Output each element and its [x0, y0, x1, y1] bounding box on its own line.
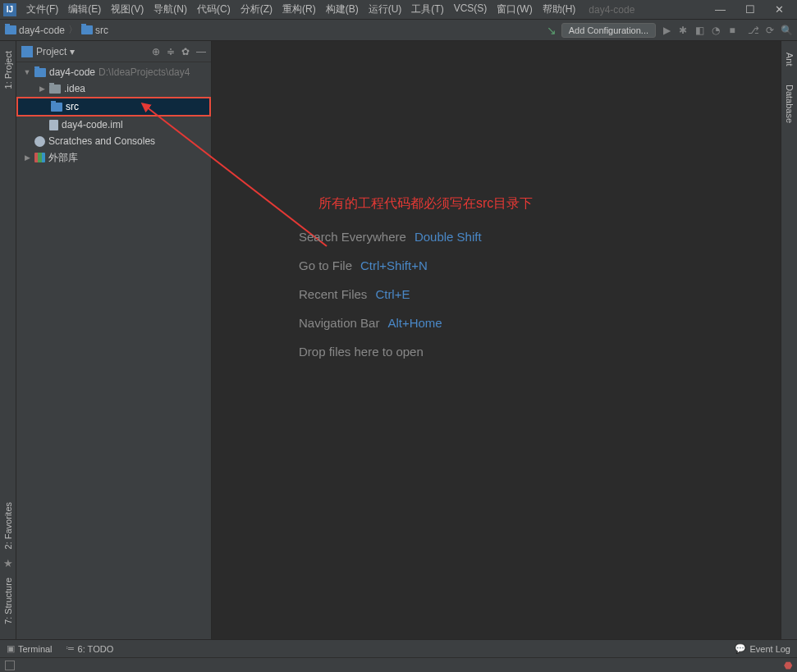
tab-event-log[interactable]: 💬Event Log: [735, 643, 790, 654]
coverage-icon[interactable]: ◧: [694, 25, 705, 36]
hint-nav-label: Navigation Bar: [299, 316, 379, 330]
window-buttons: — ☐ ✕: [715, 3, 794, 16]
debug-icon[interactable]: ✱: [677, 25, 689, 36]
star-icon: ★: [3, 557, 13, 569]
titlebar: IJ 文件(F) 编辑(E) 视图(V) 导航(N) 代码(C) 分析(Z) 重…: [0, 0, 797, 20]
breadcrumb-root[interactable]: day4-code: [5, 25, 65, 36]
build-icon[interactable]: ↘: [547, 24, 557, 37]
hint-search-key: Double Shift: [415, 230, 482, 244]
main-area: 1: Project 2: Favorites ★ 7: Structure P…: [0, 41, 797, 639]
gear-icon[interactable]: ✿: [181, 46, 190, 57]
tab-ant[interactable]: Ant: [783, 48, 796, 71]
menu-build[interactable]: 构建(B): [323, 1, 362, 18]
tab-database[interactable]: Database: [783, 80, 796, 128]
minimize-button[interactable]: —: [715, 3, 726, 16]
tree-idea[interactable]: ▶ .idea: [16, 80, 211, 97]
menu-vcs[interactable]: VCS(S): [451, 1, 491, 18]
hint-nav-key: Alt+Home: [387, 316, 442, 330]
terminal-icon: ▣: [7, 643, 15, 654]
bottom-toolbar: ▣Terminal ≔6: TODO 💬Event Log: [0, 639, 797, 657]
tree-label: day4-code.iml: [62, 119, 123, 130]
search-icon[interactable]: 🔍: [781, 25, 792, 36]
breadcrumb-src-label: src: [95, 25, 108, 36]
stop-icon[interactable]: ■: [726, 25, 738, 36]
tree-label: 外部库: [48, 151, 78, 165]
project-view-selector[interactable]: Project ▾: [36, 46, 75, 57]
folder-icon: [5, 25, 16, 34]
menu-help[interactable]: 帮助(H): [539, 1, 579, 18]
run-icon[interactable]: ▶: [661, 25, 672, 36]
menu-code[interactable]: 代码(C): [194, 1, 234, 18]
folder-icon: [34, 68, 46, 77]
tree-label: Scratches and Consoles: [48, 135, 155, 147]
update-icon[interactable]: ⟳: [764, 25, 776, 36]
hint-search-label: Search Everywhere: [299, 230, 406, 244]
tree-src[interactable]: src: [16, 97, 211, 117]
project-icon: [21, 46, 33, 57]
project-tool-window: Project ▾ ⊕ ≑ ✿ — ▼ day4-code D:\IdeaPro…: [16, 41, 212, 639]
menu-window[interactable]: 窗口(W): [493, 1, 535, 18]
menu-refactor[interactable]: 重构(R): [279, 1, 319, 18]
breadcrumb-separator: 〉: [68, 23, 78, 37]
panel-tools: ⊕ ≑ ✿ —: [152, 46, 206, 57]
toolbar: day4-code 〉 src ↘ Add Configuration... ▶…: [0, 20, 797, 41]
tab-favorites[interactable]: 2: Favorites: [2, 497, 15, 554]
menu-run[interactable]: 运行(U): [365, 1, 405, 18]
hint-recent-key: Ctrl+E: [375, 287, 410, 301]
locate-icon[interactable]: ⊕: [152, 46, 160, 57]
expand-arrow-icon[interactable]: ▶: [23, 153, 31, 162]
tree-iml[interactable]: day4-code.iml: [16, 117, 211, 133]
expand-arrow-icon[interactable]: ▼: [23, 68, 31, 76]
right-gutter: Ant Database: [781, 41, 797, 639]
menu-view[interactable]: 视图(V): [108, 1, 147, 18]
title-project: day4-code: [589, 4, 634, 16]
tree-label: src: [66, 101, 79, 112]
hint-goto-label: Go to File: [299, 258, 352, 272]
tree-scratches[interactable]: Scratches and Consoles: [16, 133, 211, 149]
editor-area[interactable]: 所有的工程代码都必须写在src目录下 Search EverywhereDoub…: [212, 41, 781, 639]
tab-structure[interactable]: 7: Structure: [2, 573, 15, 629]
menu-analyze[interactable]: 分析(Z): [237, 1, 276, 18]
menu-edit[interactable]: 编辑(E): [65, 1, 104, 18]
left-gutter: 1: Project 2: Favorites ★ 7: Structure: [0, 41, 16, 639]
tree-path: D:\IdeaProjects\day4: [98, 66, 190, 78]
tab-terminal[interactable]: ▣Terminal: [7, 643, 53, 654]
todo-icon: ≔: [66, 643, 75, 654]
scratches-icon: [34, 136, 45, 147]
hint-drop: Drop files here to open: [299, 345, 424, 359]
project-tree[interactable]: ▼ day4-code D:\IdeaProjects\day4 ▶ .idea…: [16, 62, 211, 167]
breadcrumb-root-label: day4-code: [19, 25, 65, 36]
menu-file[interactable]: 文件(F): [23, 1, 62, 18]
project-panel-header: Project ▾ ⊕ ≑ ✿ —: [16, 41, 211, 62]
tree-label: day4-code: [49, 66, 95, 78]
menu-navigate[interactable]: 导航(N): [150, 1, 190, 18]
hide-icon[interactable]: —: [196, 46, 206, 57]
maximize-button[interactable]: ☐: [745, 3, 755, 16]
tree-root[interactable]: ▼ day4-code D:\IdeaProjects\day4: [16, 64, 211, 80]
tree-label: .idea: [64, 83, 85, 94]
add-configuration-button[interactable]: Add Configuration...: [561, 23, 656, 38]
close-button[interactable]: ✕: [775, 3, 784, 16]
editor-hints: Search EverywhereDouble Shift Go to File…: [299, 230, 482, 359]
tool-windows-toggle[interactable]: [5, 661, 15, 670]
library-icon: [34, 153, 45, 162]
toolbar-right: ↘ Add Configuration... ▶ ✱ ◧ ◔ ■ ⎇ ⟳ 🔍: [547, 23, 792, 38]
tab-todo[interactable]: ≔6: TODO: [66, 643, 114, 654]
collapse-icon[interactable]: ≑: [167, 46, 175, 57]
menu-tools[interactable]: 工具(T): [408, 1, 447, 18]
tab-project[interactable]: 1: Project: [2, 46, 15, 94]
file-icon: [49, 120, 58, 130]
tree-external[interactable]: ▶ 外部库: [16, 149, 211, 166]
annotation-text: 所有的工程代码都必须写在src目录下: [318, 195, 533, 213]
folder-icon: [49, 85, 61, 94]
error-icon[interactable]: ⬣: [784, 660, 792, 671]
breadcrumb-src[interactable]: src: [81, 25, 108, 36]
status-bar: ⬣: [0, 657, 797, 672]
git-icon[interactable]: ⎇: [748, 25, 759, 36]
menubar: 文件(F) 编辑(E) 视图(V) 导航(N) 代码(C) 分析(Z) 重构(R…: [23, 1, 579, 18]
expand-arrow-icon[interactable]: ▶: [38, 85, 46, 93]
folder-icon: [81, 25, 93, 34]
folder-icon: [51, 103, 62, 112]
profile-icon[interactable]: ◔: [710, 25, 721, 36]
breadcrumb: day4-code 〉 src: [5, 23, 108, 37]
